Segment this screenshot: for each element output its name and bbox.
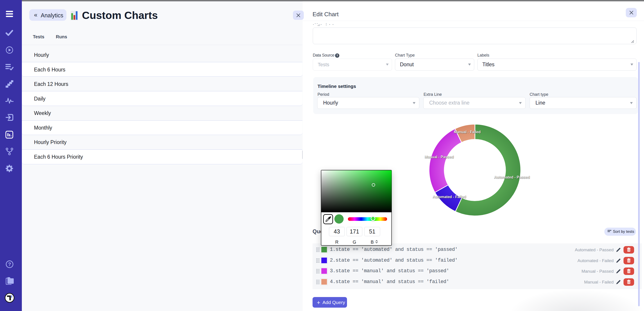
svg-text:?: ? <box>8 261 11 267</box>
svg-text:?: ? <box>336 54 338 57</box>
